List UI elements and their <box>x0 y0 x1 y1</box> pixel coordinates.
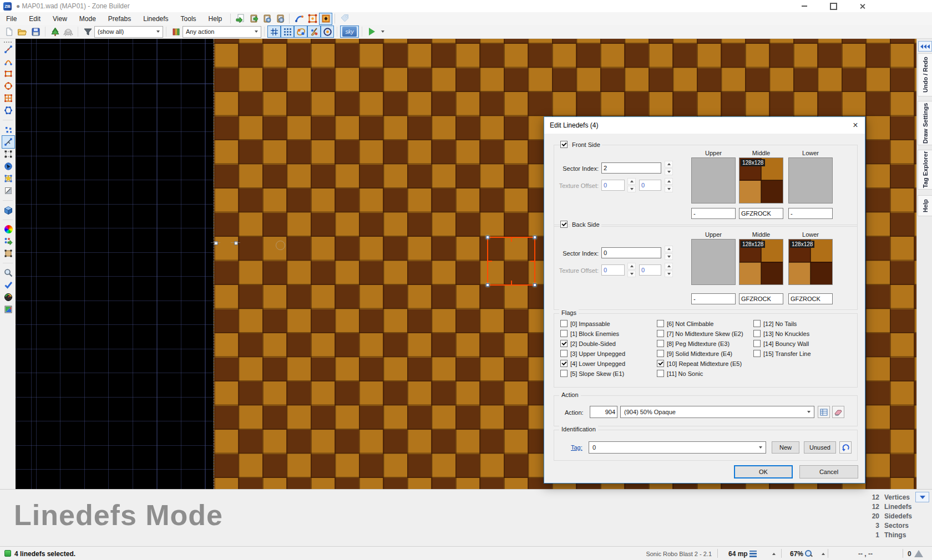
tag-link[interactable]: Tag: <box>571 444 582 451</box>
front-side-checkbox[interactable] <box>560 141 568 148</box>
front-lower-texture-input[interactable] <box>788 208 833 219</box>
front-middle-texture-input[interactable] <box>739 208 783 219</box>
flag-checkbox-0[interactable] <box>560 320 568 327</box>
front-upper-texture-input[interactable] <box>691 208 736 219</box>
front-lower-texture-preview[interactable] <box>788 157 833 203</box>
dock-collapse-button[interactable] <box>918 41 932 52</box>
maximize-button[interactable] <box>826 1 840 11</box>
flag-checkbox-3[interactable] <box>560 350 568 357</box>
unused-tag-button[interactable]: Unused <box>804 441 836 454</box>
sector-paint-tool[interactable] <box>2 247 15 260</box>
front-offset-x-input[interactable] <box>601 180 625 191</box>
flag-checkbox-9[interactable] <box>657 350 664 357</box>
back-middle-texture-input[interactable] <box>739 293 783 304</box>
draw-curve-icon[interactable] <box>292 13 306 25</box>
flag-checkbox-8[interactable] <box>657 340 664 347</box>
back-upper-texture-preview[interactable] <box>691 239 736 285</box>
flag-checkbox-4[interactable] <box>560 360 568 367</box>
menu-file[interactable]: File <box>0 13 23 24</box>
menu-help[interactable]: Help <box>202 13 229 24</box>
new-map-icon[interactable] <box>2 26 16 38</box>
flip-selection-icon[interactable] <box>306 13 319 25</box>
linedefs-mode[interactable] <box>2 135 15 149</box>
edit-selection-mode[interactable] <box>2 172 15 185</box>
sectors-mode[interactable] <box>2 147 15 161</box>
back-lower-texture-preview[interactable]: 128x128 <box>788 239 833 285</box>
tab-help[interactable]: Help <box>918 195 932 216</box>
slope-mode[interactable] <box>2 184 15 197</box>
flag-checkbox-5[interactable] <box>560 370 568 377</box>
stats-collapse-button[interactable] <box>915 492 929 502</box>
action-number-input[interactable] <box>590 406 617 418</box>
menu-view[interactable]: View <box>47 13 73 24</box>
split-joined-sectors-icon[interactable] <box>321 26 334 38</box>
filter-funnel-icon[interactable] <box>81 26 94 38</box>
zoom-status[interactable]: 67% <box>790 550 812 558</box>
grid-size-up-icon[interactable] <box>772 553 776 555</box>
zoom-up-icon[interactable] <box>822 553 825 555</box>
play-test-icon[interactable] <box>365 26 378 38</box>
back-offset-y-spinner[interactable] <box>665 263 673 277</box>
menu-mode[interactable]: Mode <box>73 13 102 24</box>
map-canvas-void[interactable] <box>16 39 214 489</box>
flag-checkbox-10[interactable] <box>657 360 664 367</box>
flag-checkbox-11[interactable] <box>657 370 664 377</box>
flag-checkbox-14[interactable] <box>753 340 761 347</box>
front-sector-index-spinner[interactable] <box>665 161 673 175</box>
tab-undo-redo[interactable]: Undo / Redo <box>918 53 932 96</box>
menu-linedefs[interactable]: Linedefs <box>137 13 174 24</box>
open-map-icon[interactable] <box>16 26 29 38</box>
back-upper-texture-input[interactable] <box>691 293 736 304</box>
flag-checkbox-13[interactable] <box>753 330 761 337</box>
dialog-close-button[interactable]: × <box>850 120 860 130</box>
paste-options-icon[interactable] <box>260 13 273 25</box>
tab-tag-explorer[interactable]: Tag Explorer <box>918 150 932 190</box>
new-tag-button[interactable]: New <box>772 441 799 454</box>
close-button[interactable] <box>855 1 869 11</box>
tag-icon[interactable] <box>338 13 351 25</box>
find-tool[interactable] <box>2 266 15 279</box>
error-check-tool[interactable] <box>2 235 15 248</box>
draw-curve-tool[interactable] <box>2 55 15 68</box>
vertex-handle[interactable] <box>486 236 489 239</box>
script-editor-tool[interactable] <box>2 303 15 316</box>
draw-lines-tool[interactable] <box>2 43 15 56</box>
draw-ellipse-tool[interactable] <box>2 79 15 93</box>
play-test-dropdown[interactable] <box>378 26 387 38</box>
test-map-tree-icon[interactable] <box>48 26 62 38</box>
back-offset-y-input[interactable] <box>639 264 661 276</box>
clipboard-settings-icon[interactable] <box>273 13 287 25</box>
flag-checkbox-7[interactable] <box>657 330 664 337</box>
draw-rectangle-tool[interactable] <box>2 67 15 80</box>
visual-mode[interactable] <box>2 203 15 217</box>
draw-polygon-tool[interactable] <box>2 104 15 117</box>
draw-grid-tool[interactable] <box>2 91 15 105</box>
front-upper-texture-preview[interactable] <box>691 157 736 203</box>
menu-edit[interactable]: Edit <box>23 13 47 24</box>
grid-size-status[interactable]: 64 mp <box>728 550 757 558</box>
vertex-handle[interactable] <box>486 283 489 287</box>
action-select[interactable]: (904) 50% Opaque <box>620 406 814 418</box>
things-mode[interactable] <box>2 160 15 173</box>
merge-vertices-icon[interactable] <box>294 26 307 38</box>
menu-prefabs[interactable]: Prefabs <box>102 13 137 24</box>
vertices-mode[interactable] <box>2 123 15 136</box>
clear-action-button[interactable] <box>832 406 844 418</box>
minimize-button[interactable] <box>797 1 812 11</box>
flag-checkbox-15[interactable] <box>753 350 761 357</box>
copy-map-icon[interactable] <box>234 13 247 25</box>
action-filter-icon[interactable] <box>169 26 183 38</box>
sky-toggle-icon[interactable]: sky <box>340 26 359 38</box>
selected-linedefs-outline[interactable] <box>487 237 535 286</box>
palette-tool[interactable] <box>2 222 15 236</box>
back-lower-texture-input[interactable] <box>788 293 833 304</box>
back-sector-index-spinner[interactable] <box>665 246 673 260</box>
back-side-checkbox[interactable] <box>560 221 568 228</box>
back-sector-index-input[interactable] <box>601 247 661 258</box>
gauge-tool[interactable] <box>2 291 15 304</box>
front-offset-y-spinner[interactable] <box>665 178 673 192</box>
things-filter-select[interactable]: (show all) <box>94 26 163 38</box>
vertex-handle[interactable] <box>533 283 536 287</box>
paste-map-icon[interactable] <box>247 13 260 25</box>
things-filter-icon[interactable] <box>62 26 75 38</box>
